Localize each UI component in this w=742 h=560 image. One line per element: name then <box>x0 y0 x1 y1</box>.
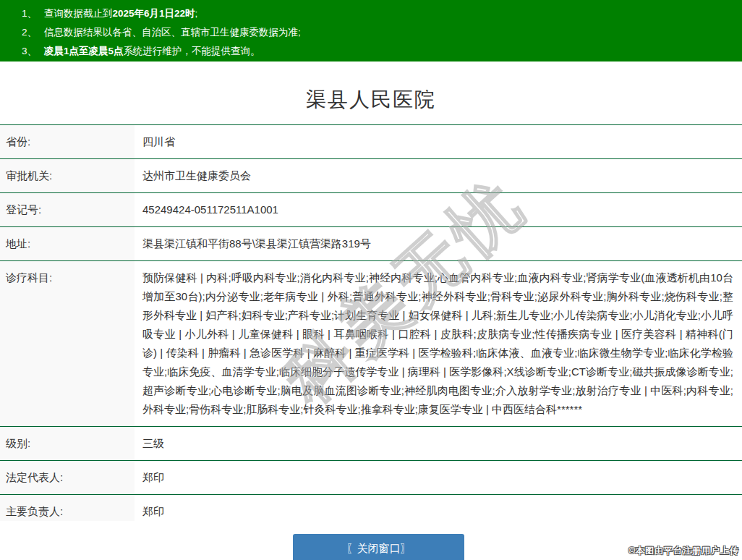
upload-credit-watermark: ©本图由平台注册用户上传 <box>628 545 739 557</box>
row-label: 诊疗科目: <box>0 261 135 426</box>
table-row-medical-subjects: 诊疗科目: 预防保健科 | 内科;呼吸内科专业;消化内科专业;神经内科专业;心血… <box>0 261 742 427</box>
notice-text: 查询数据截止到 <box>44 8 113 19</box>
row-label: 级别: <box>0 427 135 460</box>
row-value: 四川省 <box>135 125 742 158</box>
row-value: 郑印 <box>135 461 742 494</box>
notice-line-1: 1、查询数据截止到2025年6月1日22时; <box>22 4 742 23</box>
notice-bold-text: 凌晨1点至凌晨5点 <box>44 46 124 56</box>
table-row-legal-representative: 法定代表人: 郑印 <box>0 461 742 495</box>
row-label: 登记号: <box>0 193 135 226</box>
table-row-registration-number: 登记号: 45249424-051172511A1001 <box>0 193 742 227</box>
table-row-address: 地址: 渠县渠江镇和平街88号\渠县渠江镇营渠路319号 <box>0 227 742 261</box>
hospital-name-title: 渠县人民医院 <box>0 88 742 112</box>
row-value: 达州市卫生健康委员会 <box>135 159 742 192</box>
row-label: 法定代表人: <box>0 461 135 494</box>
notice-text: ; <box>195 8 198 19</box>
query-result-page: 1、查询数据截止到2025年6月1日22时; 2、信息数据结果以各省、自治区、直… <box>0 0 742 521</box>
notice-text: 系统进行维护，不能提供查询。 <box>124 46 260 56</box>
row-value: 渠县渠江镇和平街88号\渠县渠江镇营渠路319号 <box>135 227 742 260</box>
table-row-approval-authority: 审批机关: 达州市卫生健康委员会 <box>0 159 742 193</box>
notice-number: 1、 <box>22 8 37 19</box>
notice-number: 3、 <box>22 46 37 56</box>
hospital-info-table: 省份: 四川省 审批机关: 达州市卫生健康委员会 登记号: 45249424-0… <box>0 124 742 521</box>
notice-line-2: 2、信息数据结果以各省、自治区、直辖市卫生健康委数据为准; <box>22 23 742 42</box>
notice-bold-text: 2025年6月1日22时 <box>113 8 195 19</box>
notice-text: 信息数据结果以各省、自治区、直辖市卫生健康委数据为准; <box>44 27 301 38</box>
notice-header: 1、查询数据截止到2025年6月1日22时; 2、信息数据结果以各省、自治区、直… <box>0 0 742 61</box>
row-label: 地址: <box>0 227 135 260</box>
row-label: 审批机关: <box>0 159 135 192</box>
row-value: 三级 <box>135 427 742 460</box>
row-value: 45249424-051172511A1001 <box>135 193 742 226</box>
close-window-button[interactable]: 〖关闭窗口〗 <box>293 534 464 560</box>
table-row-level: 级别: 三级 <box>0 427 742 461</box>
table-row-province: 省份: 四川省 <box>0 125 742 159</box>
row-value: 预防保健科 | 内科;呼吸内科专业;消化内科专业;神经内科专业;心血管内科专业;… <box>135 261 742 426</box>
title-area: 渠县人民医院 <box>0 61 742 124</box>
table-row-person-in-charge: 主要负责人: 郑印 <box>0 495 742 521</box>
row-label: 省份: <box>0 125 135 158</box>
row-label: 主要负责人: <box>0 495 135 521</box>
row-value: 郑印 <box>135 495 742 521</box>
notice-number: 2、 <box>22 27 37 38</box>
notice-line-3: 3、凌晨1点至凌晨5点系统进行维护，不能提供查询。 <box>22 42 742 61</box>
